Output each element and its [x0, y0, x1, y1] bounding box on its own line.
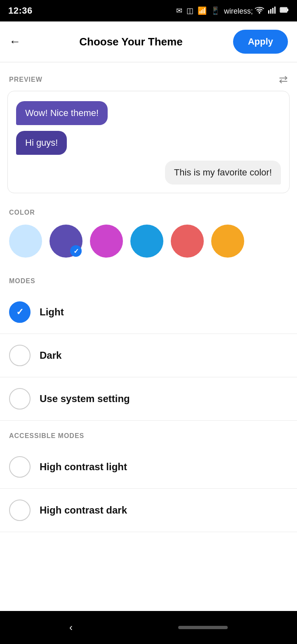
svg-rect-0 — [268, 10, 269, 14]
swatch-selected-check: ✓ — [70, 245, 82, 257]
mode-label-high-contrast-light: High contrast light — [40, 461, 127, 473]
mode-radio-light: ✓ — [9, 301, 31, 323]
preview-box: Wow! Nice theme! Hi guys! This is my fav… — [7, 91, 290, 193]
mode-label-high-contrast-dark: High contrast dark — [40, 504, 127, 516]
mode-item-dark[interactable]: Dark — [0, 334, 297, 377]
mode-radio-high-contrast-light — [9, 456, 31, 478]
bluetooth-icon: 📶 — [198, 6, 207, 15]
accessible-modes-list: High contrast light High contrast dark — [0, 445, 297, 532]
color-swatch-blue[interactable] — [130, 225, 163, 258]
modes-section-label: MODES — [0, 266, 297, 291]
svg-rect-1 — [270, 9, 271, 14]
nav-back-button[interactable]: ‹ — [69, 622, 73, 633]
svg-rect-7 — [280, 8, 287, 12]
mode-radio-dark — [9, 345, 31, 366]
bubble-sent-2: Hi guys! — [16, 131, 67, 155]
status-time: 12:36 — [8, 5, 33, 16]
color-swatch-pink[interactable] — [90, 225, 123, 258]
signal-icon — [268, 6, 276, 16]
svg-rect-5 — [287, 9, 288, 11]
mode-radio-high-contrast-dark — [9, 500, 31, 521]
image-icon: ◫ — [186, 6, 193, 15]
modes-list: ✓ Light Dark Use system setting — [0, 291, 297, 421]
svg-rect-3 — [274, 7, 276, 14]
color-swatch-salmon[interactable] — [171, 225, 204, 258]
back-button[interactable]: ← — [9, 35, 29, 48]
mode-item-high-contrast-dark[interactable]: High contrast dark — [0, 489, 297, 532]
mode-label-dark: Dark — [40, 350, 61, 361]
bubble-received-1: This is my favorite color! — [165, 161, 281, 185]
swap-icon[interactable]: ⇄ — [279, 73, 288, 86]
mode-item-system[interactable]: Use system setting — [0, 377, 297, 421]
color-swatch-purple[interactable]: ✓ — [50, 225, 82, 258]
mode-radio-system — [9, 388, 31, 410]
header: ← Choose Your Theme Apply — [0, 21, 297, 62]
preview-section-label: PREVIEW — [9, 76, 42, 83]
message-icon: ✉ — [176, 6, 182, 15]
main-content: PREVIEW ⇄ Wow! Nice theme! Hi guys! This… — [0, 62, 297, 611]
nav-home-pill[interactable] — [178, 626, 228, 629]
color-swatch-orange[interactable] — [211, 225, 244, 258]
color-section-label: COLOR — [0, 197, 297, 222]
svg-rect-2 — [272, 8, 273, 14]
status-bar: 12:36 ✉ ◫ 📶 📱 wireless; — [0, 0, 297, 21]
bubble-sent-1: Wow! Nice theme! — [16, 101, 108, 125]
color-swatches: ✓ — [0, 222, 297, 266]
status-icons: ✉ ◫ 📶 📱 wireless; — [176, 6, 289, 16]
mode-check-light: ✓ — [16, 307, 24, 317]
nav-bar: ‹ — [0, 611, 297, 644]
vibrate-icon: 📱 — [211, 6, 220, 15]
mode-item-light[interactable]: ✓ Light — [0, 291, 297, 334]
preview-header: PREVIEW ⇄ — [0, 62, 297, 91]
battery-icon — [280, 7, 289, 15]
accessible-modes-section-label: ACCESSIBLE MODES — [0, 421, 297, 445]
page-title: Choose Your Theme — [33, 36, 229, 48]
color-swatch-light-blue[interactable] — [9, 225, 42, 258]
wifi-icon: wireless; — [224, 6, 264, 16]
mode-item-high-contrast-light[interactable]: High contrast light — [0, 445, 297, 489]
mode-label-system: Use system setting — [40, 393, 130, 405]
apply-button[interactable]: Apply — [233, 30, 288, 54]
mode-label-light: Light — [40, 306, 64, 318]
